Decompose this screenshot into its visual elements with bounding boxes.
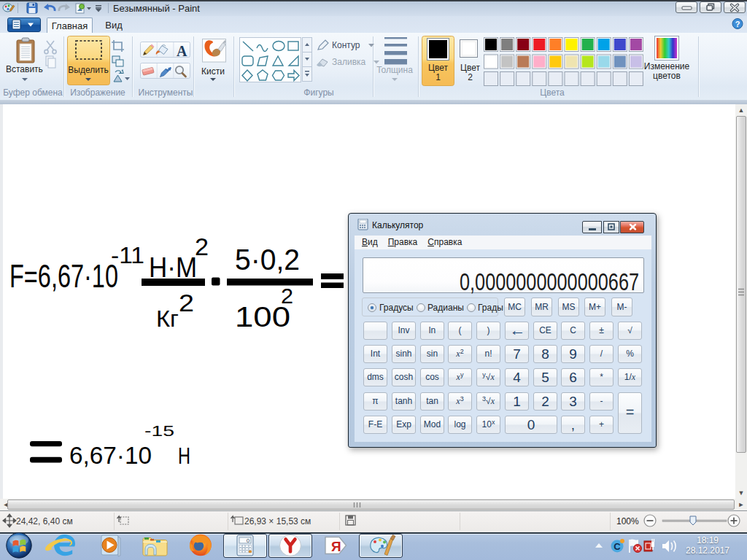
svg-text:?: ? xyxy=(735,20,740,28)
svg-text:А: А xyxy=(177,43,187,59)
svg-text:6,67·10: 6,67·10 xyxy=(69,442,152,469)
svg-text:Кг: Кг xyxy=(156,306,179,332)
svg-text:5·0,2: 5·0,2 xyxy=(235,243,300,276)
svg-text:Я: Я xyxy=(331,539,341,554)
svg-text:-15: -15 xyxy=(144,422,174,439)
svg-text:0: 0 xyxy=(247,537,250,544)
svg-text:0,0000000000000667: 0,0000000000000667 xyxy=(460,268,639,294)
svg-text:Н·М: Н·М xyxy=(149,252,197,283)
svg-text:F=6,67·10: F=6,67·10 xyxy=(9,257,118,295)
svg-text:2: 2 xyxy=(195,233,209,260)
svg-text:2: 2 xyxy=(179,289,194,316)
svg-text:2: 2 xyxy=(281,284,293,308)
svg-text:Н: Н xyxy=(178,443,190,469)
svg-text:-11: -11 xyxy=(111,242,144,268)
svg-text:C: C xyxy=(614,541,621,552)
